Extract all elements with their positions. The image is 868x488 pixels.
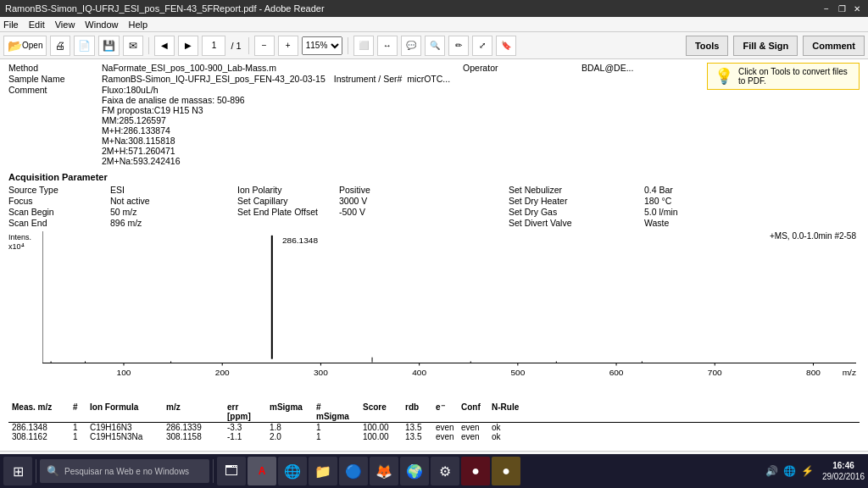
header-score: Score <box>359 402 402 421</box>
comment-values: Fluxo:180uL/h Faixa de analise de massas… <box>102 85 245 166</box>
taskbar-right: 🔊 🌐 ⚡ 16:46 29/02/2016 <box>760 460 865 482</box>
menu-file[interactable]: File <box>3 19 19 30</box>
page-input[interactable] <box>202 36 225 56</box>
cell-formula-0: C19H16N3 <box>86 423 163 432</box>
comment-line-5: M+Na:308.115818 <box>102 136 245 146</box>
comment-button[interactable]: Comment <box>803 36 865 56</box>
search-box[interactable]: 🔍 Pesquisar na Web e no Windows <box>40 459 209 483</box>
extra-btn[interactable]: 🔖 <box>496 36 516 56</box>
fit-width-button[interactable]: ↔ <box>377 36 398 56</box>
scan-begin-label: Scan Begin <box>8 207 110 217</box>
table-row: 308.1162 1 C19H15N3Na 308.1158 -1.1 2.0 … <box>8 432 860 441</box>
cell-hash-1: 1 <box>70 432 86 441</box>
acquisition-title: Acquisition Parameter <box>8 172 860 182</box>
fill-sign-button[interactable]: Fill & Sign <box>733 36 798 56</box>
cell-conf-0: even <box>458 423 488 432</box>
comment-label: Comment <box>8 85 102 166</box>
scan-begin-value: 50 m/z <box>110 207 237 217</box>
scan-end-value: 896 m/z <box>110 218 237 228</box>
minimize-button[interactable]: − <box>821 3 832 14</box>
search-placeholder: Pesquisar na Web e no Windows <box>64 467 189 476</box>
instrument-label: Instrument / Ser# <box>334 74 403 84</box>
toolbar-btn-3[interactable]: 💾 <box>98 36 120 56</box>
title-bar: RamonBS-Simon_IQ-UFRJ_ESI_pos_FEN-43_5FR… <box>0 0 868 17</box>
task-chrome-button[interactable]: 🔵 <box>339 457 368 485</box>
svg-text:100: 100 <box>117 368 131 377</box>
toolbar-btn-2[interactable]: 📄 <box>74 36 95 56</box>
header-msigma: mSigma <box>266 402 313 421</box>
toolbar-btn-1[interactable]: 🖨 <box>50 36 70 56</box>
set-end-plate-label: Set End Plate Offset <box>237 207 339 217</box>
table-header: Meas. m/z # Ion Formula m/z err [ppm] mS… <box>8 402 860 423</box>
cell-nrule-1: ok <box>488 432 531 441</box>
set-nebulizer-label: Set Nebulizer <box>509 185 644 195</box>
menu-edit[interactable]: Edit <box>29 19 45 30</box>
svg-text:600: 600 <box>609 368 624 377</box>
zoom-select[interactable]: 115% 100% 75% <box>302 36 342 55</box>
source-type-label: Source Type <box>8 185 110 195</box>
close-button[interactable]: ✕ <box>851 3 863 14</box>
header-conf: Conf <box>458 402 488 421</box>
menu-help[interactable]: Help <box>128 19 147 30</box>
sign-icon-btn[interactable]: ✏ <box>448 36 469 56</box>
clock[interactable]: 16:46 29/02/2016 <box>822 460 865 482</box>
task-edge-button[interactable]: 🌐 <box>278 457 307 485</box>
tooltip-text: Click on Tools to convert files to PDF. <box>738 67 852 86</box>
task-firefox-button[interactable]: 🦊 <box>370 457 398 485</box>
toolbar-btn-4[interactable]: ✉ <box>123 36 143 56</box>
set-divert-value: Waste <box>644 218 771 228</box>
chart-area: +MS, 0.0-1.0min #2-58 Intens. x10⁴ 5 4 3… <box>0 231 868 401</box>
open-button[interactable]: 📂 Open <box>3 36 47 56</box>
zoom-out-button[interactable]: − <box>254 36 275 56</box>
forward-button[interactable]: ▶ <box>178 36 198 56</box>
svg-text:286.1348: 286.1348 <box>282 236 319 245</box>
clock-time: 16:46 <box>822 460 865 471</box>
share-icon-btn[interactable]: ⤢ <box>472 36 492 56</box>
window-title: RamonBS-Simon_IQ-UFRJ_ESI_pos_FEN-43_5FR… <box>5 3 325 14</box>
restore-button[interactable]: ❐ <box>836 3 848 14</box>
set-capillary-value: 3000 V <box>339 196 509 206</box>
task-explorer-button[interactable]: 📁 <box>309 457 337 485</box>
table-row: 286.1348 1 C19H16N3 286.1339 -3.3 1.8 1 … <box>8 423 860 432</box>
cell-nmsigma-1: 1 <box>313 432 359 441</box>
search-icon-btn[interactable]: 🔍 <box>425 36 445 56</box>
clock-date: 29/02/2016 <box>822 471 865 482</box>
toolbar-sep-3 <box>348 37 348 54</box>
fit-page-button[interactable]: ⬜ <box>353 36 374 56</box>
header-nmsigma: # mSigma <box>313 402 359 421</box>
operator-label: Operator <box>463 63 581 73</box>
cell-formula-1: C19H15N3Na <box>86 432 163 441</box>
scan-end-label: Scan End <box>8 218 110 228</box>
cell-hash-0: 1 <box>70 423 86 432</box>
header-err: err [ppm] <box>224 402 266 421</box>
cell-nrule-0: ok <box>488 423 531 432</box>
comment-line-7: 2M+Na:593.242416 <box>102 156 245 166</box>
title-bar-controls: − ❐ ✕ <box>821 3 863 14</box>
task-view-button[interactable]: 🗔 <box>217 457 246 485</box>
task-adobe-button[interactable]: A <box>248 457 276 485</box>
back-button[interactable]: ◀ <box>154 36 175 56</box>
menu-view[interactable]: View <box>55 19 75 30</box>
start-button[interactable]: ⊞ <box>3 457 32 485</box>
svg-text:800: 800 <box>806 368 821 377</box>
cell-meas-1: 308.1162 <box>8 432 70 441</box>
set-dry-gas-label: Set Dry Gas <box>509 207 644 217</box>
task-red-button[interactable]: ● <box>461 457 490 485</box>
comment-line-4: M+H:286.133874 <box>102 125 245 136</box>
cell-mz-0: 286.1339 <box>163 423 224 432</box>
menu-window[interactable]: Window <box>85 19 118 30</box>
task-yellow-button[interactable]: ● <box>492 457 520 485</box>
tools-button[interactable]: Tools <box>686 36 729 56</box>
comment-icon-btn[interactable]: 💬 <box>401 36 421 56</box>
method-label: Method <box>8 63 102 73</box>
task-settings-button[interactable]: ⚙ <box>431 457 459 485</box>
instrument-value: micrOTC... <box>407 74 450 84</box>
cell-rdb-1: 13.5 <box>402 432 432 441</box>
svg-text:300: 300 <box>314 368 328 377</box>
svg-text:200: 200 <box>215 368 230 377</box>
cell-meas-0: 286.1348 <box>8 423 70 432</box>
task-ie-button[interactable]: 🌍 <box>400 457 429 485</box>
zoom-in-button[interactable]: + <box>278 36 298 56</box>
header-mz: m/z <box>163 402 224 421</box>
cell-err-1: -1.1 <box>224 432 266 441</box>
